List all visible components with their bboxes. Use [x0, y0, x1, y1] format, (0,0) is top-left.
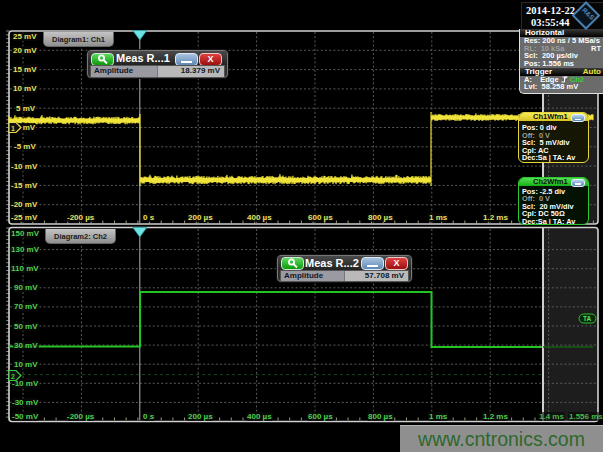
- svg-text:TA: TA: [583, 315, 591, 322]
